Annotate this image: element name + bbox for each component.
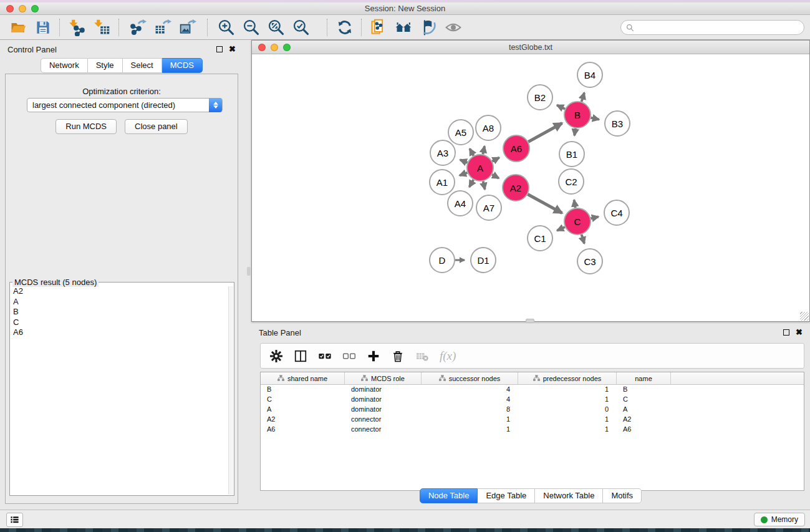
horizontal-splitter-handle[interactable] [526, 319, 534, 323]
cell-successor-nodes[interactable]: 4 [422, 385, 518, 395]
result-item[interactable]: A [13, 297, 228, 307]
tab-motifs[interactable]: Motifs [603, 488, 642, 503]
edge-A-A3[interactable] [460, 160, 468, 163]
zoom-in-button[interactable] [216, 17, 237, 37]
cell-name[interactable]: A6 [617, 425, 671, 435]
node-A8[interactable]: A8 [476, 115, 501, 140]
node-B[interactable]: B [564, 102, 591, 128]
mcds-result-list[interactable]: A2ABCA6 [11, 286, 228, 495]
delete-column-button[interactable] [391, 349, 405, 363]
node-C[interactable]: C [564, 208, 591, 235]
close-table-panel-icon[interactable]: ✖ [796, 329, 803, 336]
node-B3[interactable]: B3 [605, 111, 630, 136]
edge-A-A5[interactable] [470, 148, 473, 155]
edge-B-B1[interactable] [574, 128, 576, 136]
node-B2[interactable]: B2 [528, 85, 552, 110]
tab-network[interactable]: Network [41, 58, 88, 73]
node-C1[interactable]: C1 [528, 226, 552, 251]
node-A3[interactable]: A3 [430, 140, 455, 165]
network-from-selection-button[interactable] [368, 17, 389, 37]
float-panel-icon[interactable] [216, 46, 223, 52]
edge-C-C1[interactable] [557, 227, 565, 231]
tab-edge-table[interactable]: Edge Table [478, 488, 535, 503]
node-A1[interactable]: A1 [430, 170, 455, 195]
node-A5[interactable]: A5 [448, 120, 473, 145]
node-D1[interactable]: D1 [471, 248, 496, 273]
cell-predecessor-nodes[interactable]: 1 [518, 415, 617, 425]
table-row[interactable]: A2connector11A2 [261, 415, 804, 425]
cell-shared-name[interactable]: C [261, 395, 345, 405]
edge-B-B4[interactable] [582, 93, 584, 102]
node-A6[interactable]: A6 [503, 135, 529, 162]
column-header-successor-nodes[interactable]: successor nodes [422, 372, 518, 384]
result-scrollbar[interactable] [228, 286, 233, 495]
cell-shared-name[interactable]: A [261, 405, 345, 415]
home-neighbors-button[interactable] [393, 17, 414, 37]
zoom-out-button[interactable] [241, 17, 262, 37]
node-C4[interactable]: C4 [604, 200, 629, 225]
edge-A2-C[interactable] [528, 195, 562, 213]
column-header-MCDS-role[interactable]: MCDS role [345, 372, 422, 384]
edge-A-A8[interactable] [483, 146, 485, 154]
table-row[interactable]: Bdominator41B [261, 385, 804, 395]
unselect-all-columns-button[interactable] [342, 349, 356, 363]
cell-name[interactable]: B [617, 385, 671, 395]
node-A[interactable]: A [467, 155, 493, 181]
cell-MCDS-role[interactable]: dominator [345, 385, 422, 395]
cell-shared-name[interactable]: B [261, 385, 345, 395]
node-B1[interactable]: B1 [559, 142, 584, 167]
column-header-shared-name[interactable]: shared name [261, 372, 345, 384]
table-row[interactable]: A6connector11A6 [261, 425, 804, 435]
node-C2[interactable]: C2 [559, 169, 584, 194]
close-panel-button[interactable]: Close panel [125, 119, 188, 134]
cell-successor-nodes[interactable]: 8 [422, 405, 518, 415]
table-row[interactable]: Cdominator41C [261, 395, 804, 405]
zoom-fit-button[interactable] [266, 17, 287, 37]
cell-predecessor-nodes[interactable]: 1 [518, 395, 617, 405]
column-header-name[interactable]: name [617, 372, 671, 384]
vertical-splitter-handle[interactable] [247, 267, 251, 276]
table-row[interactable]: Adominator80A [261, 405, 804, 415]
resize-grip[interactable] [800, 312, 809, 321]
cell-shared-name[interactable]: A6 [261, 425, 345, 435]
node-A2[interactable]: A2 [503, 175, 529, 201]
node-A7[interactable]: A7 [476, 195, 501, 220]
node-B4[interactable]: B4 [577, 62, 602, 87]
network-graph[interactable]: B4B2BB3A8A5A6A3B1AA1C2A2A4A7C4CC1C3DD1 [252, 54, 809, 321]
hide-annotations-button[interactable] [418, 17, 439, 37]
edge-A-A7[interactable] [483, 181, 485, 189]
tab-mcds[interactable]: MCDS [162, 58, 203, 73]
cell-MCDS-role[interactable]: dominator [345, 405, 422, 415]
column-header-predecessor-nodes[interactable]: predecessor nodes [518, 372, 617, 384]
tab-node-table[interactable]: Node Table [420, 488, 478, 503]
export-table-button[interactable] [152, 17, 173, 37]
cell-name[interactable]: A [617, 405, 671, 415]
cell-predecessor-nodes[interactable]: 0 [518, 405, 617, 415]
export-image-button[interactable] [177, 17, 198, 37]
run-mcds-button[interactable]: Run MCDS [55, 119, 117, 134]
edge-A6-B[interactable] [528, 123, 562, 142]
result-item[interactable]: C [13, 317, 228, 328]
create-column-button[interactable] [367, 349, 380, 363]
float-table-panel-icon[interactable] [783, 329, 789, 336]
edge-C-C4[interactable] [591, 217, 598, 219]
tab-select[interactable]: Select [123, 58, 162, 73]
cell-predecessor-nodes[interactable]: 1 [518, 425, 617, 435]
cell-MCDS-role[interactable]: dominator [345, 395, 422, 405]
node-table[interactable]: shared nameMCDS rolesuccessor nodesprede… [260, 372, 804, 491]
node-A4[interactable]: A4 [448, 191, 473, 216]
cell-name[interactable]: A2 [617, 415, 671, 425]
search-box[interactable] [620, 20, 804, 35]
table-settings-button[interactable] [269, 349, 283, 363]
search-input[interactable] [637, 23, 799, 32]
node-D[interactable]: D [430, 248, 455, 273]
edge-C-C2[interactable] [574, 200, 576, 208]
edge-B-B3[interactable] [591, 118, 599, 120]
cell-MCDS-role[interactable]: connector [345, 415, 422, 425]
apply-layout-button[interactable] [334, 17, 355, 37]
open-session-button[interactable] [7, 17, 29, 37]
close-panel-icon[interactable]: ✖ [229, 46, 236, 52]
edge-A-A2[interactable] [492, 175, 499, 178]
result-item[interactable]: A2 [13, 286, 228, 297]
import-table-button[interactable] [91, 17, 112, 37]
